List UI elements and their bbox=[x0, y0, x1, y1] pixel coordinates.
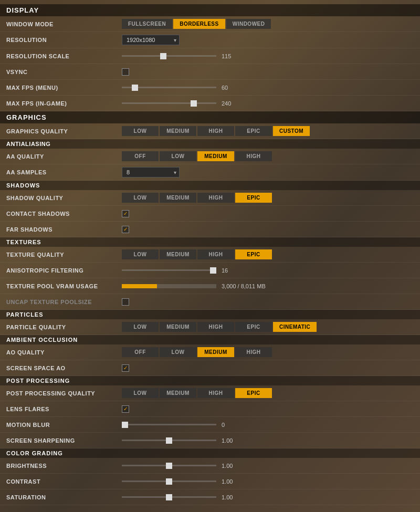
anisotropic-slider[interactable] bbox=[122, 269, 216, 271]
saturation-control: 1.00 bbox=[122, 494, 414, 500]
max-fps-ingame-row: MAX FPS (IN-GAME) 240 bbox=[0, 96, 420, 111]
resolution-scale-slider[interactable] bbox=[122, 55, 216, 57]
antialiasing-header: ANTIALIASING bbox=[0, 139, 420, 149]
ao-medium-button[interactable]: MEDIUM bbox=[197, 347, 234, 357]
gfx-high-button[interactable]: HIGH bbox=[197, 126, 234, 136]
screen-space-ao-checkbox[interactable] bbox=[122, 364, 129, 372]
max-fps-ingame-slider[interactable] bbox=[122, 102, 216, 104]
shadow-high-button[interactable]: HIGH bbox=[197, 193, 234, 203]
pp-low-button[interactable]: LOW bbox=[122, 388, 159, 398]
ao-quality-row: AO QUALITY OFF LOW MEDIUM HIGH bbox=[0, 344, 420, 360]
max-fps-menu-value: 60 bbox=[222, 85, 240, 91]
windowed-button[interactable]: WINDOWED bbox=[226, 19, 271, 29]
tex-medium-button[interactable]: MEDIUM bbox=[160, 249, 196, 259]
post-processing-quality-buttons: LOW MEDIUM HIGH EPIC bbox=[122, 388, 272, 398]
saturation-label: SATURATION bbox=[6, 494, 122, 500]
ao-quality-buttons: OFF LOW MEDIUM HIGH bbox=[122, 347, 272, 357]
contact-shadows-control bbox=[122, 210, 414, 217]
screen-space-ao-row: SCREEN SPACE AO bbox=[0, 360, 420, 376]
far-shadows-row: FAR SHADOWS bbox=[0, 222, 420, 237]
far-shadows-control bbox=[122, 226, 414, 233]
aa-low-button[interactable]: LOW bbox=[160, 151, 196, 161]
pool-slider-container: 3,000 / 8,011 MB bbox=[122, 283, 266, 289]
window-mode-row: WINDOW MODE FULLSCREEN BORDERLESS WINDOW… bbox=[0, 16, 420, 32]
texture-pool-label: TEXTURE POOL VRAM USAGE bbox=[6, 283, 122, 289]
contrast-control: 1.00 bbox=[122, 478, 414, 485]
pp-medium-button[interactable]: MEDIUM bbox=[160, 388, 196, 398]
shadow-low-button[interactable]: LOW bbox=[122, 193, 159, 203]
far-shadows-checkbox[interactable] bbox=[122, 226, 129, 233]
borderless-button[interactable]: BORDERLESS bbox=[173, 19, 225, 29]
shadow-epic-button[interactable]: EPIC bbox=[235, 193, 272, 203]
gfx-low-button[interactable]: LOW bbox=[122, 126, 159, 136]
motion-blur-slider[interactable] bbox=[122, 424, 216, 425]
brightness-slider[interactable] bbox=[122, 465, 216, 466]
particle-quality-control: LOW MEDIUM HIGH EPIC CINEMATIC bbox=[122, 322, 414, 332]
vsync-checkbox[interactable] bbox=[122, 68, 129, 76]
lens-flares-label: LENS FLARES bbox=[6, 406, 122, 412]
textures-header: TEXTURES bbox=[0, 237, 420, 247]
aa-samples-dropdown-wrapper: 2 4 8 16 bbox=[122, 167, 180, 177]
post-processing-quality-control: LOW MEDIUM HIGH EPIC bbox=[122, 388, 414, 398]
anisotropic-value: 16 bbox=[222, 267, 240, 274]
max-fps-menu-control: 60 bbox=[122, 85, 414, 91]
particle-low-button[interactable]: LOW bbox=[122, 322, 159, 332]
gfx-custom-button[interactable]: CUSTOM bbox=[273, 126, 310, 136]
shadow-quality-label: SHADOW QUALITY bbox=[6, 195, 122, 201]
fullscreen-button[interactable]: FULLSCREEN bbox=[122, 19, 172, 29]
particle-quality-label: PARTICLE QUALITY bbox=[6, 324, 122, 330]
aa-samples-control: 2 4 8 16 bbox=[122, 167, 414, 177]
pool-slider-track[interactable] bbox=[122, 284, 216, 288]
tex-epic-button[interactable]: EPIC bbox=[235, 249, 272, 259]
particle-medium-button[interactable]: MEDIUM bbox=[160, 322, 196, 332]
ao-off-button[interactable]: OFF bbox=[122, 347, 159, 357]
resolution-dropdown-wrapper: 1920x1080 2560x1440 3840x2160 1280x720 bbox=[122, 35, 180, 45]
texture-quality-row: TEXTURE QUALITY LOW MEDIUM HIGH EPIC bbox=[0, 247, 420, 263]
far-shadows-label: FAR SHADOWS bbox=[6, 226, 122, 233]
uncap-pool-checkbox[interactable] bbox=[122, 298, 129, 306]
ao-quality-control: OFF LOW MEDIUM HIGH bbox=[122, 347, 414, 357]
post-processing-quality-label: POST PROCESSING QUALITY bbox=[6, 390, 122, 396]
tex-high-button[interactable]: HIGH bbox=[197, 249, 234, 259]
gfx-epic-button[interactable]: EPIC bbox=[235, 126, 272, 136]
vsync-row: VSYNC bbox=[0, 64, 420, 80]
graphics-quality-row: GRAPHICS QUALITY LOW MEDIUM HIGH EPIC CU… bbox=[0, 123, 420, 139]
graphics-quality-control: LOW MEDIUM HIGH EPIC CUSTOM bbox=[122, 126, 414, 136]
resolution-dropdown[interactable]: 1920x1080 2560x1440 3840x2160 1280x720 bbox=[122, 35, 180, 45]
texture-pool-control: 3,000 / 8,011 MB bbox=[122, 283, 414, 289]
screen-sharpening-slider[interactable] bbox=[122, 440, 216, 441]
pp-epic-button[interactable]: EPIC bbox=[235, 388, 272, 398]
aa-medium-button[interactable]: MEDIUM bbox=[197, 151, 234, 161]
ambient-occlusion-header: AMBIENT OCCLUSION bbox=[0, 335, 420, 344]
resolution-scale-row: RESOLUTION SCALE 115 bbox=[0, 48, 420, 64]
screen-sharpening-control: 1.00 bbox=[122, 437, 414, 444]
particle-high-button[interactable]: HIGH bbox=[197, 322, 234, 332]
aa-off-button[interactable]: OFF bbox=[122, 151, 159, 161]
texture-quality-label: TEXTURE QUALITY bbox=[6, 252, 122, 258]
contact-shadows-checkbox[interactable] bbox=[122, 210, 129, 217]
aa-samples-dropdown[interactable]: 2 4 8 16 bbox=[122, 167, 180, 177]
ao-low-button[interactable]: LOW bbox=[160, 347, 196, 357]
saturation-slider[interactable] bbox=[122, 496, 216, 498]
aa-high-button[interactable]: HIGH bbox=[235, 151, 272, 161]
post-processing-quality-row: POST PROCESSING QUALITY LOW MEDIUM HIGH … bbox=[0, 385, 420, 401]
ao-high-button[interactable]: HIGH bbox=[235, 347, 272, 357]
anisotropic-control: 16 bbox=[122, 267, 414, 274]
pool-vram-value: 3,000 / 8,011 MB bbox=[222, 283, 266, 289]
lens-flares-checkbox[interactable] bbox=[122, 405, 129, 413]
color-grading-header: COLOR GRADING bbox=[0, 448, 420, 458]
gfx-medium-button[interactable]: MEDIUM bbox=[160, 126, 196, 136]
tex-low-button[interactable]: LOW bbox=[122, 249, 159, 259]
particle-epic-button[interactable]: EPIC bbox=[235, 322, 272, 332]
saturation-value: 1.00 bbox=[222, 494, 240, 500]
pp-high-button[interactable]: HIGH bbox=[197, 388, 234, 398]
max-fps-menu-slider[interactable] bbox=[122, 87, 216, 88]
uncap-pool-control bbox=[122, 298, 414, 306]
motion-blur-label: MOTION BLUR bbox=[6, 422, 122, 428]
particle-cinematic-button[interactable]: CINEMATIC bbox=[273, 322, 317, 332]
screen-space-ao-label: SCREEN SPACE AO bbox=[6, 365, 122, 371]
shadow-medium-button[interactable]: MEDIUM bbox=[160, 193, 196, 203]
screen-sharpening-row: SCREEN SHARPENING 1.00 bbox=[0, 433, 420, 448]
contrast-slider[interactable] bbox=[122, 480, 216, 482]
window-mode-control: FULLSCREEN BORDERLESS WINDOWED bbox=[122, 19, 414, 29]
